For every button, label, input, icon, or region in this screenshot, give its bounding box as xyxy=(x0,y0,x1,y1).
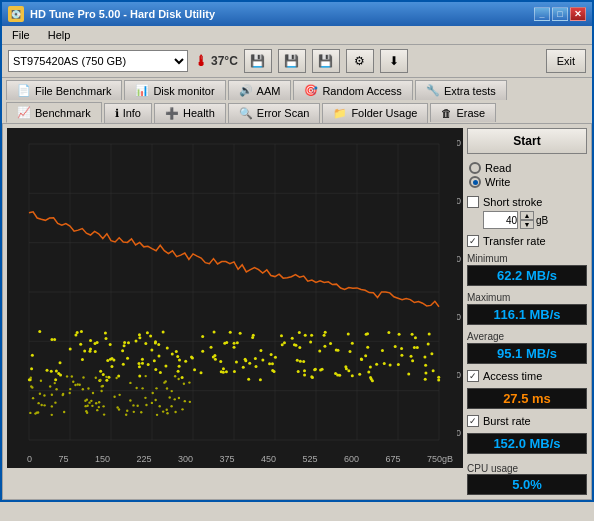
spin-buttons: ▲ ▼ xyxy=(520,211,534,229)
tab-benchmark-icon: 📈 xyxy=(17,106,31,119)
access-time-row[interactable]: Access time xyxy=(467,370,587,382)
tab-extra-tests[interactable]: 🔧 Extra tests xyxy=(415,80,507,100)
app-icon: 💽 xyxy=(8,6,24,22)
access-time-checkbox[interactable] xyxy=(467,370,479,382)
spin-unit: gB xyxy=(536,215,548,226)
tab-erase[interactable]: 🗑 Erase xyxy=(430,103,496,122)
write-radio-row[interactable]: Write xyxy=(469,176,585,188)
spinbox-input[interactable] xyxy=(483,211,518,229)
spin-up[interactable]: ▲ xyxy=(520,211,534,220)
read-radio[interactable] xyxy=(469,162,481,174)
tab-error-scan[interactable]: 🔍 Error Scan xyxy=(228,103,321,123)
spinbox: ▲ ▼ gB xyxy=(483,211,587,229)
disk-selector[interactable]: ST975420AS (750 GB) xyxy=(8,50,188,72)
menu-file[interactable]: File xyxy=(8,28,34,42)
main-content: MB/s ms 150 125 100 75 50 25 0 60 50 40 … xyxy=(2,123,592,500)
toolbar-btn-4[interactable]: ⚙ xyxy=(346,49,374,73)
cpu-usage-value: 5.0% xyxy=(467,474,587,495)
tab-random-access[interactable]: 🎯 Random Access xyxy=(293,80,412,100)
burst-rate-value: 152.0 MB/s xyxy=(467,433,587,454)
burst-rate-row[interactable]: Burst rate xyxy=(467,415,587,427)
toolbar-btn-3[interactable]: 💾 xyxy=(312,49,340,73)
write-label: Write xyxy=(485,176,510,188)
maximum-value: 116.1 MB/s xyxy=(467,304,587,325)
burst-rate-checkbox[interactable] xyxy=(467,415,479,427)
start-button[interactable]: Start xyxy=(467,128,587,154)
tab-info-icon: ℹ xyxy=(115,107,119,120)
minimize-button[interactable]: _ xyxy=(534,7,550,21)
toolbar-btn-5[interactable]: ⬇ xyxy=(380,49,408,73)
maximum-stat: Maximum 116.1 MB/s xyxy=(467,292,587,325)
tab-health-icon: ➕ xyxy=(165,107,179,120)
minimum-label: Minimum xyxy=(467,253,587,264)
maximize-button[interactable]: □ xyxy=(552,7,568,21)
write-radio[interactable] xyxy=(469,176,481,188)
access-time-label: Access time xyxy=(483,370,542,382)
temperature-display: 🌡 37°C xyxy=(194,53,238,69)
temperature-value: 37°C xyxy=(211,54,238,68)
tab-folder-usage-icon: 📁 xyxy=(333,107,347,120)
burst-rate-label: Burst rate xyxy=(483,415,531,427)
window-title: HD Tune Pro 5.00 - Hard Disk Utility xyxy=(30,8,215,20)
tab-disk-monitor-icon: 📊 xyxy=(135,84,149,97)
minimum-stat: Minimum 62.2 MB/s xyxy=(467,253,587,286)
short-stroke-checkbox[interactable] xyxy=(467,196,479,208)
window-controls: _ □ ✕ xyxy=(534,7,586,21)
short-stroke-label: Short stroke xyxy=(483,196,542,208)
transfer-rate-label: Transfer rate xyxy=(483,235,546,247)
read-label: Read xyxy=(485,162,511,174)
menu-help[interactable]: Help xyxy=(44,28,75,42)
toolbar: ST975420AS (750 GB) 🌡 37°C 💾 💾 💾 ⚙ ⬇ Exi… xyxy=(2,45,592,78)
short-stroke-group: Short stroke ▲ ▼ gB xyxy=(467,196,587,229)
access-time-value: 27.5 ms xyxy=(467,388,587,409)
tab-extra-tests-icon: 🔧 xyxy=(426,84,440,97)
read-write-group: Read Write xyxy=(467,160,587,190)
toolbar-btn-1[interactable]: 💾 xyxy=(244,49,272,73)
x-axis: 0 75 150 225 300 375 450 525 600 675 750… xyxy=(27,454,453,464)
spin-down[interactable]: ▼ xyxy=(520,220,534,229)
title-bar: 💽 HD Tune Pro 5.00 - Hard Disk Utility _… xyxy=(2,2,592,26)
close-button[interactable]: ✕ xyxy=(570,7,586,21)
tab-aam-icon: 🔊 xyxy=(239,84,253,97)
tab-error-scan-icon: 🔍 xyxy=(239,107,253,120)
tabs-row2: 📈 Benchmark ℹ Info ➕ Health 🔍 Error Scan… xyxy=(2,100,592,123)
transfer-rate-row[interactable]: Transfer rate xyxy=(467,235,587,247)
tab-folder-usage[interactable]: 📁 Folder Usage xyxy=(322,103,428,123)
tab-benchmark[interactable]: 📈 Benchmark xyxy=(6,102,102,123)
cpu-usage-label: CPU usage xyxy=(467,463,518,474)
read-radio-row[interactable]: Read xyxy=(469,162,585,174)
average-stat: Average 95.1 MB/s xyxy=(467,331,587,364)
toolbar-btn-2[interactable]: 💾 xyxy=(278,49,306,73)
transfer-rate-checkbox[interactable] xyxy=(467,235,479,247)
menu-bar: File Help xyxy=(2,26,592,45)
chart-area: MB/s ms 150 125 100 75 50 25 0 60 50 40 … xyxy=(7,128,463,468)
minimum-value: 62.2 MB/s xyxy=(467,265,587,286)
tab-health[interactable]: ➕ Health xyxy=(154,103,226,123)
right-panel: Start Read Write Short stroke xyxy=(467,128,587,495)
exit-button[interactable]: Exit xyxy=(546,49,586,73)
average-label: Average xyxy=(467,331,587,342)
tab-random-access-icon: 🎯 xyxy=(304,84,318,97)
tab-aam[interactable]: 🔊 AAM xyxy=(228,80,292,100)
benchmark-canvas xyxy=(7,128,457,468)
short-stroke-row[interactable]: Short stroke xyxy=(467,196,587,208)
tab-info[interactable]: ℹ Info xyxy=(104,103,152,123)
tab-disk-monitor[interactable]: 📊 Disk monitor xyxy=(124,80,225,100)
thermometer-icon: 🌡 xyxy=(194,53,208,69)
average-value: 95.1 MB/s xyxy=(467,343,587,364)
tabs-row1: 📄 File Benchmark 📊 Disk monitor 🔊 AAM 🎯 … xyxy=(2,78,592,100)
tab-file-benchmark-icon: 📄 xyxy=(17,84,31,97)
tab-file-benchmark[interactable]: 📄 File Benchmark xyxy=(6,80,122,100)
tab-erase-icon: 🗑 xyxy=(441,107,452,119)
maximum-label: Maximum xyxy=(467,292,587,303)
